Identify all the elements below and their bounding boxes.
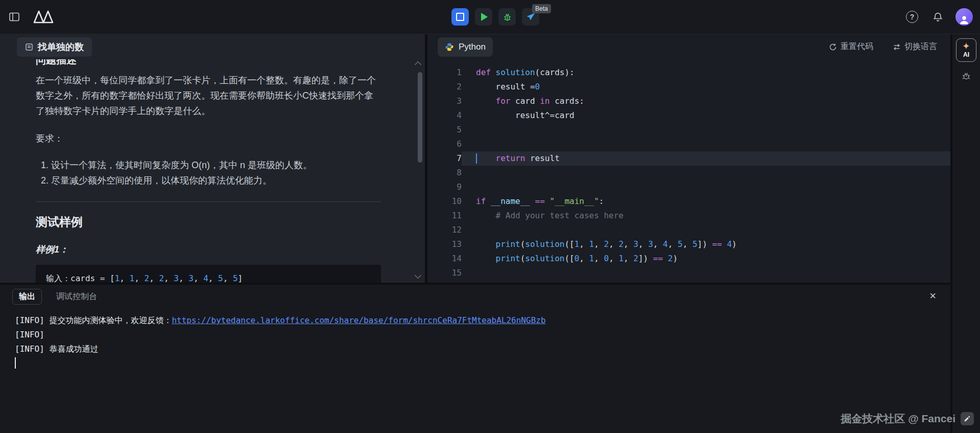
code-line-9[interactable]: 9 — [427, 180, 950, 194]
sparkle-icon — [962, 42, 970, 50]
notifications-button[interactable] — [930, 10, 945, 25]
problem-content[interactable]: 问题描述 在一个班级中，每位同学都拿到了一张卡片，上面有一个整数。有趣的是，除了… — [0, 59, 425, 283]
code-line-13[interactable]: 13 print(solution([1, 1, 2, 2, 3, 3, 4, … — [427, 237, 950, 252]
problem-list-icon — [25, 43, 33, 51]
language-label: Python — [459, 42, 486, 52]
line-content[interactable]: def solution(cards): — [462, 65, 950, 80]
line-content[interactable]: if __name__ == "__main__": — [462, 194, 950, 209]
swap-arrows-icon — [893, 43, 901, 51]
switch-language-label: 切换语言 — [904, 41, 937, 52]
editor-header: Python 重置代码 切换语言 — [427, 34, 950, 59]
python-icon — [445, 42, 454, 52]
refresh-icon — [829, 43, 837, 51]
marscode-logo — [31, 8, 57, 26]
code-line-14[interactable]: 14 print(solution([0, 1, 0, 1, 2]) == 2) — [427, 252, 950, 266]
line-number: 1 — [427, 65, 462, 80]
debug-button[interactable] — [498, 8, 516, 26]
code-line-7[interactable]: 7 return result — [427, 151, 950, 166]
line-number: 12 — [427, 223, 462, 237]
line-content[interactable] — [462, 137, 950, 151]
line-number: 10 — [427, 194, 462, 209]
line-content[interactable] — [462, 166, 950, 180]
console-tabs: 输出 调试控制台 — [0, 285, 950, 308]
main-body: 找单独的数 问题描述 在一个班级中，每位同学都拿到了一张卡片，上面有一个整数。有… — [0, 34, 980, 433]
line-content[interactable] — [462, 223, 950, 237]
line-content[interactable]: result =0 — [462, 80, 950, 94]
app-window: Beta ? 找单独的数 — [0, 0, 980, 433]
bell-icon — [933, 12, 943, 22]
run-controls-group: Beta — [451, 0, 539, 34]
problem-section-heading: 问题描述 — [36, 59, 381, 66]
help-button[interactable]: ? — [904, 9, 920, 25]
stop-button[interactable] — [451, 8, 469, 26]
sidebar-toggle-button[interactable] — [7, 10, 21, 24]
line-number: 9 — [427, 180, 462, 194]
tab-output[interactable]: 输出 — [12, 289, 42, 305]
ai-label: AI — [963, 51, 969, 58]
line-number: 14 — [427, 252, 462, 266]
example1-label: 样例1： — [36, 243, 381, 256]
code-line-8[interactable]: 8 — [427, 166, 950, 180]
bug-report-icon — [961, 71, 971, 81]
line-content[interactable]: print(solution([0, 1, 0, 1, 2]) == 2) — [462, 252, 950, 266]
line-number: 13 — [427, 237, 462, 252]
stop-icon — [456, 13, 464, 21]
line-content[interactable] — [462, 123, 950, 137]
topbar-left-group — [7, 8, 57, 26]
code-editor[interactable]: 1def solution(cards):2 result =03 for ca… — [427, 59, 950, 283]
problem-scrollbar[interactable] — [418, 72, 422, 163]
code-line-10[interactable]: 10if __name__ == "__main__": — [427, 194, 950, 209]
code-line-12[interactable]: 12 — [427, 223, 950, 237]
console-line: [INFO] 恭喜成功通过 — [15, 342, 950, 356]
line-content[interactable]: print(solution([1, 1, 2, 2, 3, 3, 4, 5, … — [462, 237, 950, 252]
problem-description: 在一个班级中，每位同学都拿到了一张卡片，上面有一个整数。有趣的是，除了一个数字之… — [36, 73, 381, 119]
line-content[interactable]: result^=card — [462, 108, 950, 123]
console-panel: 输出 调试控制台 × [INFO] 提交功能内测体验中，欢迎反馈：https:/… — [0, 285, 950, 433]
console-content[interactable]: [INFO] 提交功能内测体验中，欢迎反馈：https://bytedance.… — [0, 308, 950, 433]
problem-title-button[interactable]: 找单独的数 — [17, 37, 92, 57]
ai-assistant-button[interactable]: AI — [956, 38, 976, 62]
run-button[interactable] — [475, 8, 492, 26]
line-number: 2 — [427, 80, 462, 94]
code-line-4[interactable]: 4 result^=card — [427, 108, 950, 123]
tab-debug-console[interactable]: 调试控制台 — [53, 291, 100, 303]
code-line-3[interactable]: 3 for card in cards: — [427, 94, 950, 108]
code-line-1[interactable]: 1def solution(cards): — [427, 65, 950, 80]
code-line-15[interactable]: 15 — [427, 266, 950, 280]
line-content[interactable] — [462, 180, 950, 194]
line-content[interactable]: return result — [462, 151, 950, 166]
code-line-2[interactable]: 2 result =0 — [427, 80, 950, 94]
requirement-item: 尽量减少额外空间的使用，以体现你的算法优化能力。 — [51, 173, 381, 188]
console-close-button[interactable]: × — [926, 290, 939, 302]
requirement-item: 设计一个算法，使其时间复杂度为 O(n)，其中 n 是班级的人数。 — [51, 157, 381, 173]
problem-header: 找单独的数 — [0, 34, 425, 59]
beta-badge: Beta — [532, 4, 551, 13]
requirements-list: 设计一个算法，使其时间复杂度为 O(n)，其中 n 是班级的人数。尽量减少额外空… — [36, 157, 381, 188]
code-line-6[interactable]: 6 — [427, 137, 950, 151]
switch-language-button[interactable]: 切换语言 — [890, 41, 940, 53]
code-lines: 1def solution(cards):2 result =03 for ca… — [427, 65, 950, 280]
reset-code-button[interactable]: 重置代码 — [826, 41, 876, 53]
user-avatar[interactable] — [955, 8, 973, 26]
help-icon: ? — [906, 11, 918, 23]
code-line-11[interactable]: 11 # Add your test cases here — [427, 209, 950, 223]
line-content[interactable]: # Add your test cases here — [462, 209, 950, 223]
line-number: 15 — [427, 266, 462, 280]
examples-heading: 测试样例 — [36, 214, 381, 230]
console-link[interactable]: https://bytedance.larkoffice.com/share/b… — [172, 315, 545, 325]
console-line: [INFO] — [15, 328, 950, 342]
code-line-5[interactable]: 5 — [427, 123, 950, 137]
line-content[interactable] — [462, 266, 950, 280]
person-icon — [959, 14, 970, 25]
topbar: Beta ? — [0, 0, 980, 34]
line-content[interactable]: for card in cards: — [462, 94, 950, 108]
line-number: 5 — [427, 123, 462, 137]
console-cursor — [15, 357, 16, 369]
main-column: 找单独的数 问题描述 在一个班级中，每位同学都拿到了一张卡片，上面有一个整数。有… — [0, 34, 950, 433]
line-number: 6 — [427, 137, 462, 151]
bug-report-button[interactable] — [960, 70, 972, 84]
language-selector[interactable]: Python — [438, 37, 493, 57]
editor-actions: 重置代码 切换语言 — [826, 41, 940, 53]
submit-button[interactable]: Beta — [522, 8, 539, 26]
right-rail: AI — [952, 34, 980, 433]
